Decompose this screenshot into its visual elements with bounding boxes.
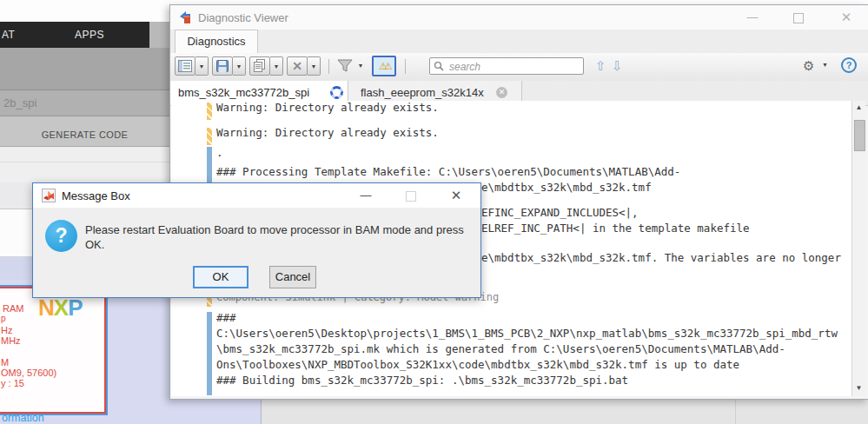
clear-button[interactable]: ✕ [287, 56, 308, 76]
maximize-icon[interactable] [785, 9, 812, 26]
show-warnings-toggle[interactable]: ⚠⚠ [372, 56, 396, 76]
search-icon [434, 61, 444, 71]
find-previous-icon[interactable]: ⇧ [595, 58, 606, 74]
generate-code-row: GENERATE CODE [0, 116, 169, 147]
settings-dropdown[interactable]: ▼ [822, 62, 828, 68]
search-input[interactable] [447, 59, 581, 75]
ribbon-toolstrip: AT APPS [0, 22, 169, 48]
search-box [429, 57, 584, 75]
save-button[interactable] [212, 56, 233, 76]
board-text-fragment: p [1, 314, 6, 323]
toolstrip-lower-panel [0, 146, 169, 183]
palette-segment-1 [0, 182, 32, 209]
console-line: \bms_s32k_mc33772b_spi.mk which is gener… [216, 342, 785, 355]
console-line: ### [216, 311, 236, 324]
palette-segment-2 [0, 209, 32, 257]
console-line-fragment: EFINC_EXPAND_INCLUDES<|, [481, 206, 639, 219]
filter-button[interactable] [335, 57, 354, 75]
console-line-fragment: ELREF_INC_PATH<| in the template makefil… [481, 222, 750, 235]
close-icon[interactable]: ✕ [833, 9, 859, 26]
save-dropdown[interactable]: ▼ [233, 56, 246, 76]
tab-diagnostics[interactable]: Diagnostics [175, 30, 258, 53]
info-marker-bar [207, 312, 212, 395]
ok-button[interactable]: OK [193, 266, 248, 288]
model-name-fragment: 2b_spi [3, 96, 36, 109]
console-line-fragment: e\mbdtbx_s32k\mbd_s32k.tmf [481, 181, 652, 194]
copy-button[interactable] [249, 56, 270, 76]
dialog-minimize-icon[interactable]: — [353, 187, 379, 204]
copy-dropdown[interactable]: ▼ [270, 56, 283, 76]
question-icon: ? [45, 220, 77, 252]
palette-segment-3 [0, 257, 32, 280]
find-next-icon[interactable]: ⇩ [612, 58, 623, 74]
console-line: C:\Users\oeren5\Desktop\projects\1_BMS\1… [216, 327, 838, 340]
screen: AT APPS 2b_spi GENERATE CODE RAM p Hz MH… [0, 0, 868, 424]
console-line-fragment: e\mbdtbx_s32k\mbd_s32k.tmf. The variable… [481, 251, 841, 264]
quick-access-band [0, 48, 169, 90]
console-line: Warning: Directory already exists. [216, 101, 439, 114]
toolbar-separator [405, 59, 406, 74]
diagnostic-viewer-icon [179, 10, 193, 24]
scrollbar-thumb[interactable] [854, 120, 865, 151]
detail-view-dropdown[interactable]: ▼ [195, 56, 209, 76]
toolbar-separator [328, 59, 329, 74]
warning-marker-bar [207, 128, 212, 145]
dv-title-bar: Diagnostic Viewer — ✕ [170, 5, 868, 30]
cancel-button[interactable]: Cancel [269, 266, 316, 288]
console-line: . [216, 146, 223, 159]
board-text-fragment: M [1, 357, 9, 368]
ribbon-tab-apps[interactable]: APPS [75, 29, 104, 41]
dialog-maximize-icon[interactable] [398, 187, 424, 204]
board-text-fragment: OM9, 57600) [1, 368, 56, 378]
console-line: ### Building bms_s32k_mc33772b_spi: .\bm… [216, 374, 628, 387]
generate-code-label: GENERATE CODE [42, 129, 129, 140]
model-name-row: 2b_spi [0, 90, 169, 116]
dialog-title: Message Box [62, 189, 130, 202]
console-line: Ons\Toolboxes\NXP_MBDToolbox_S32K1xx\cod… [216, 358, 739, 371]
message-box-dialog: Message Box — ✕ ? Please restart Evaluat… [32, 182, 481, 298]
filter-dropdown[interactable]: ▼ [354, 57, 367, 75]
dv-window-title: Diagnostic Viewer [198, 11, 288, 24]
clear-dropdown[interactable]: ▼ [308, 56, 321, 76]
board-text-fragment: Hz [1, 325, 12, 335]
board-text-fragment: RAM [3, 303, 23, 314]
board-text-fragment: y : 15 [1, 378, 24, 388]
busy-spinner-icon [330, 86, 343, 99]
scroll-down-icon[interactable]: ▼ [852, 381, 865, 395]
dialog-message-line2: OK. [85, 237, 472, 252]
board-text-fragment: MHz [1, 335, 21, 346]
dv-tab-row: Diagnostics [170, 30, 868, 54]
minimize-icon[interactable]: — [739, 9, 765, 26]
console-scrollbar[interactable]: ▲ ▼ [851, 101, 865, 396]
tab-close-icon[interactable]: ✕ [496, 87, 507, 98]
warning-marker-bar [207, 103, 212, 120]
dialog-title-bar: Message Box — ✕ [33, 183, 480, 208]
dv-toolbar: ▼ ▼ ▼ ✕ ▼ [170, 53, 868, 82]
scroll-up-icon[interactable]: ▲ [852, 101, 865, 115]
console-line: ### Processing Template Makefile: C:\Use… [216, 165, 680, 178]
help-icon[interactable]: ? [841, 57, 857, 73]
dialog-message: Please restart Evaluation Board to move … [85, 222, 472, 252]
detail-view-button[interactable] [175, 56, 195, 76]
nxp-logo: NXP [38, 295, 82, 321]
matlab-icon [42, 189, 56, 202]
information-link-fragment[interactable]: ormation [2, 412, 44, 424]
console-line: Warning: Directory already exists. [216, 126, 439, 139]
ribbon-tab-format[interactable]: AT [2, 29, 15, 41]
dialog-message-line1: Please restart Evaluation Board to move … [85, 222, 472, 237]
gear-icon[interactable]: ⚙ [803, 58, 814, 74]
dialog-close-icon[interactable]: ✕ [443, 187, 469, 204]
ribbon-tab-raised[interactable] [149, 22, 169, 48]
